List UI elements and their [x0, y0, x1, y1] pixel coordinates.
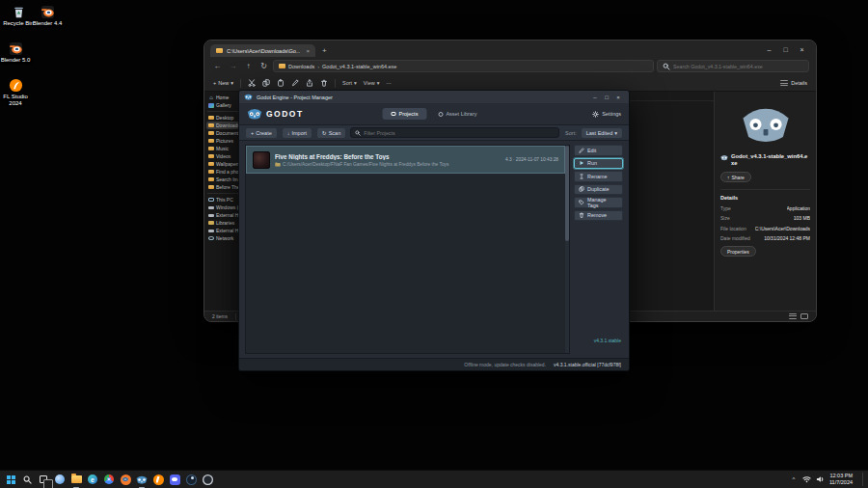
minimize-button[interactable]: – — [589, 95, 601, 100]
details-toggle-button[interactable]: Details — [791, 80, 807, 86]
search-box[interactable] — [657, 60, 809, 72]
create-project-button[interactable]: + Create — [245, 127, 278, 139]
sidebar-item-external-hdd-1[interactable]: External H... — [206, 211, 239, 219]
chrome-button[interactable] — [102, 473, 116, 486]
sidebar-item-downloads[interactable]: Downloads — [206, 122, 239, 129]
copy-icon[interactable] — [262, 79, 270, 87]
duplicate-button[interactable]: Duplicate — [574, 184, 623, 196]
desktop-icon-fl-studio[interactable]: FL Studio 2024 — [0, 77, 31, 107]
project-list-scrollbar[interactable] — [565, 146, 569, 353]
sidebar-item-videos[interactable]: Videos — [206, 152, 239, 160]
cut-icon[interactable] — [248, 79, 256, 87]
sidebar-item-network[interactable]: Network — [206, 234, 239, 242]
explorer-tab-bar[interactable]: C:\Users\Acer\Downloads\Go... × + – □ × — [204, 41, 816, 57]
desktop-icon-blender-44[interactable]: Blender 4.4 — [32, 4, 63, 27]
task-view-button[interactable] — [37, 473, 50, 486]
sidebar-item-search-images[interactable]: Search Im... — [206, 176, 239, 183]
close-button[interactable]: × — [612, 95, 624, 100]
sidebar-item-pictures[interactable]: Pictures — [206, 137, 239, 145]
new-tab-button[interactable]: + — [322, 46, 327, 57]
start-button[interactable] — [4, 473, 17, 486]
share-button[interactable]: ↑ Share — [720, 172, 751, 182]
paste-icon[interactable] — [277, 79, 285, 87]
sort-dropdown[interactable]: Last Edited ▾ — [581, 127, 623, 139]
sidebar-item-external-hdd-2[interactable]: External Ha... — [206, 227, 239, 234]
refresh-button[interactable]: ↻ — [258, 62, 270, 70]
large-icons-view-icon[interactable] — [800, 313, 808, 319]
recycle-bin-icon — [11, 4, 26, 19]
godot-footer: Offline mode, update checks disabled. v4… — [239, 358, 629, 370]
maximize-button[interactable]: □ — [777, 43, 794, 56]
obs-button[interactable] — [201, 473, 214, 486]
scrollbar-thumb[interactable] — [565, 146, 569, 241]
back-button[interactable]: ← — [211, 62, 224, 70]
import-project-button[interactable]: ↓ Import — [282, 127, 312, 139]
sidebar-item-home[interactable]: Home — [206, 94, 239, 101]
sidebar-item-documents[interactable]: Documents — [206, 129, 239, 137]
run-button[interactable]: Run — [574, 158, 623, 170]
filter-projects-box[interactable] — [350, 127, 559, 138]
properties-button[interactable]: Properties — [720, 246, 756, 257]
engine-version-label[interactable]: v4.3.1.stable.official [77dcf978f] — [554, 362, 621, 367]
clock[interactable]: 12:03 PM 11/7/2024 — [829, 473, 855, 487]
minimize-button[interactable]: – — [761, 43, 777, 56]
project-list-item-selected[interactable]: Five Nights at Freddys: Before the Toys … — [247, 147, 564, 173]
volume-icon[interactable] — [816, 475, 825, 483]
file-explorer-button[interactable] — [69, 473, 83, 486]
project-list[interactable]: Five Nights at Freddys: Before the Toys … — [245, 145, 570, 354]
sidebar-item-wallpapers[interactable]: Wallpapers — [206, 160, 239, 168]
show-desktop-button[interactable] — [862, 473, 864, 486]
view-button[interactable]: View ▾ — [364, 80, 380, 86]
edge-button[interactable] — [86, 473, 99, 486]
sidebar-item-windows-c[interactable]: Windows (C:) — [206, 203, 239, 211]
breadcrumb-item[interactable]: Godot_v4.3.1-stable_win64.exe — [322, 64, 396, 69]
drive-icon — [208, 230, 214, 232]
search-button[interactable] — [20, 473, 34, 486]
details-view-icon[interactable] — [789, 313, 797, 319]
tray-expand-button[interactable]: ^ — [790, 476, 798, 482]
sidebar-item-desktop[interactable]: Desktop — [206, 114, 239, 122]
delete-icon[interactable] — [320, 79, 328, 87]
blender-button[interactable] — [119, 473, 132, 486]
address-bar[interactable]: Downloads › Godot_v4.3.1-stable_win64.ex… — [273, 60, 654, 72]
wifi-icon[interactable] — [802, 475, 811, 483]
explorer-tab[interactable]: C:\Users\Acer\Downloads\Go... × — [210, 44, 315, 57]
tab-projects[interactable]: Projects — [383, 108, 427, 120]
sidebar-item-this-pc[interactable]: This PC — [206, 196, 239, 203]
widgets-button[interactable] — [53, 473, 67, 486]
more-options-button[interactable]: ⋯ — [386, 80, 392, 86]
filter-projects-input[interactable] — [364, 130, 555, 136]
sidebar-item-find-a-photo[interactable]: Find a pho... — [206, 168, 239, 176]
close-button[interactable]: × — [794, 43, 810, 56]
scan-projects-button[interactable]: ↻ Scan — [316, 127, 346, 139]
edit-button[interactable]: Edit — [574, 145, 623, 156]
sidebar-item-before-the[interactable]: Before The... — [206, 183, 239, 191]
rename-button[interactable]: Rename — [574, 171, 623, 182]
sidebar-item-libraries[interactable]: Libraries — [206, 219, 239, 227]
fl-studio-button[interactable] — [151, 473, 165, 486]
search-input[interactable] — [673, 64, 803, 69]
remove-button[interactable]: Remove — [574, 210, 623, 222]
action-label: Run — [587, 160, 597, 166]
steam-button[interactable] — [184, 473, 198, 486]
tab-close-icon[interactable]: × — [304, 48, 310, 54]
discord-button[interactable] — [168, 473, 181, 486]
forward-button[interactable]: → — [227, 62, 239, 70]
godot-title-bar[interactable]: Godot Engine - Project Manager – □ × — [239, 91, 629, 103]
sidebar-item-music[interactable]: Music — [206, 145, 239, 152]
new-button[interactable]: + New ▾ — [213, 80, 233, 86]
manage-tags-button[interactable]: Manage Tags — [574, 197, 623, 208]
version-link[interactable]: v4.3.1.stable — [594, 338, 621, 343]
godot-button[interactable] — [135, 473, 149, 486]
desktop-icon-blender-50[interactable]: Blender 5.0 — [0, 41, 31, 64]
tab-asset-library[interactable]: Asset Library — [429, 108, 485, 120]
maximize-button[interactable]: □ — [601, 95, 612, 100]
settings-button[interactable]: Settings — [592, 111, 621, 118]
breadcrumb-location[interactable]: Downloads — [288, 64, 314, 69]
share-icon[interactable] — [306, 79, 313, 87]
up-button[interactable]: ↑ — [242, 62, 255, 70]
sidebar-item-gallery[interactable]: Gallery — [206, 101, 239, 109]
sort-button[interactable]: Sort ▾ — [342, 80, 357, 86]
rename-icon[interactable] — [291, 79, 299, 87]
desktop-icon-recycle-bin[interactable]: Recycle Bin — [3, 4, 34, 27]
